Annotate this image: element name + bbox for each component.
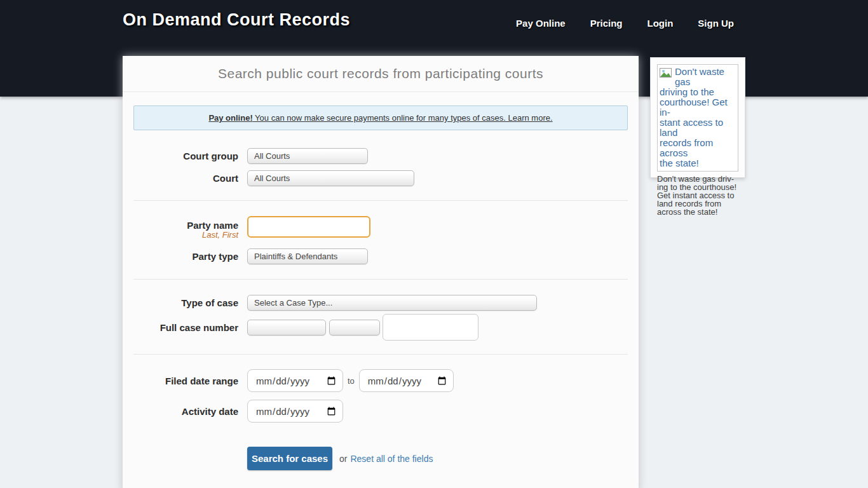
broken-image-icon	[660, 67, 675, 84]
party-type-select[interactable]: Plaintiffs & Defendants	[247, 248, 368, 264]
card-header: Search public court records from partici…	[123, 56, 639, 92]
search-form: Court group All Courts Court All Courts …	[123, 148, 639, 470]
banner-bold-text: Pay online!	[208, 113, 252, 123]
brand-title: On Demand Court Records	[123, 10, 350, 30]
party-name-label-block: Party name Last, First	[123, 216, 247, 240]
activity-date-input[interactable]	[247, 400, 343, 423]
party-type-label: Party type	[123, 251, 247, 262]
pay-online-banner-link[interactable]: Pay online! You can now make secure paym…	[208, 113, 552, 123]
nav-login[interactable]: Login	[648, 18, 674, 29]
nav-pricing[interactable]: Pricing	[590, 18, 623, 29]
activity-date-label: Activity date	[123, 406, 247, 417]
nav-sign-up[interactable]: Sign Up	[698, 18, 734, 29]
pay-online-banner: Pay online! You can now make secure paym…	[133, 105, 628, 130]
case-number-label: Full case number	[123, 322, 247, 333]
party-name-input[interactable]	[247, 216, 370, 238]
search-button[interactable]: Search for cases	[247, 447, 332, 470]
ad-caption: Don't waste gas driv- ing to the courtho…	[657, 175, 738, 216]
search-card: Search public court records from partici…	[123, 56, 639, 488]
broken-image-box: Don't waste gas driving to the courthous…	[657, 64, 738, 172]
top-nav: Pay Online Pricing Login Sign Up	[516, 18, 734, 29]
nav-pay-online[interactable]: Pay Online	[516, 18, 566, 29]
land-records-ad[interactable]: Don't waste gas driving to the courthous…	[650, 57, 745, 178]
banner-rest-text: You can now make secure payments online …	[253, 113, 553, 123]
filed-range-label: Filed date range	[123, 376, 247, 386]
section-divider	[133, 354, 628, 355]
case-number-part2-select[interactable]	[329, 320, 380, 336]
case-type-label: Type of case	[123, 297, 247, 308]
court-group-label: Court group	[123, 151, 247, 161]
filed-range-separator: to	[348, 376, 355, 386]
filed-date-to-input[interactable]	[359, 369, 454, 392]
case-number-part3-input[interactable]	[383, 314, 478, 341]
section-divider	[133, 279, 628, 280]
court-select[interactable]: All Courts	[247, 170, 414, 186]
case-number-part1-select[interactable]	[247, 320, 326, 336]
court-label: Court	[123, 173, 247, 184]
page-title: Search public court records from partici…	[218, 66, 543, 81]
case-type-select[interactable]: Select a Case Type...	[247, 295, 537, 311]
or-text: or	[339, 454, 347, 464]
court-group-select[interactable]: All Courts	[247, 148, 368, 164]
party-name-label: Party name	[123, 220, 238, 231]
section-divider	[133, 200, 628, 201]
reset-fields-link[interactable]: Reset all of the fields	[350, 454, 433, 464]
filed-date-from-input[interactable]	[247, 369, 343, 392]
party-name-hint: Last, First	[123, 231, 238, 240]
